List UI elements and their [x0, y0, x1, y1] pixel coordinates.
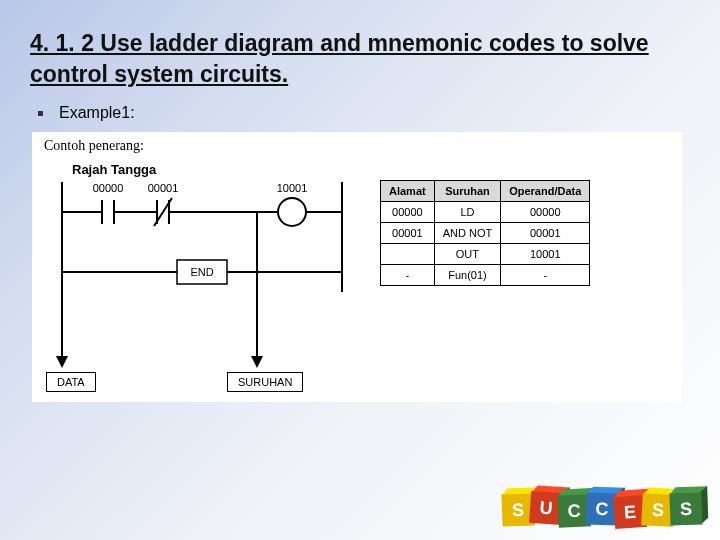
- table-row: 00001AND NOT00001: [381, 223, 590, 244]
- example-label: Example1:: [59, 104, 135, 122]
- end-label: END: [190, 266, 213, 278]
- example-bullet: Example1:: [38, 104, 690, 122]
- suruhan-box: SURUHAN: [227, 372, 303, 392]
- addr-out: 10001: [277, 182, 308, 194]
- data-box: DATA: [46, 372, 96, 392]
- mnemonic-table: Alamat Suruhan Operand/Data 00000LD00000…: [380, 180, 590, 286]
- svg-point-10: [278, 198, 306, 226]
- table-row: -Fun(01)-: [381, 265, 590, 286]
- contoh-label: Contoh penerang:: [44, 138, 144, 154]
- success-blocks: S U C C E S S: [506, 494, 702, 526]
- col-suruhan: Suruhan: [434, 181, 501, 202]
- ladder-diagram: END 00000 00001 10001: [42, 182, 372, 392]
- addr-in2: 00001: [148, 182, 179, 194]
- block-s: S: [669, 492, 702, 525]
- svg-marker-18: [251, 356, 263, 368]
- col-operand: Operand/Data: [501, 181, 590, 202]
- svg-marker-16: [56, 356, 68, 368]
- section-title: 4. 1. 2 Use ladder diagram and mnemonic …: [30, 28, 690, 90]
- diagram-panel: Contoh penerang: Rajah Tangga END: [32, 132, 682, 402]
- col-alamat: Alamat: [381, 181, 435, 202]
- table-row: 00000LD00000: [381, 202, 590, 223]
- rajah-label: Rajah Tangga: [72, 162, 156, 177]
- bullet-icon: [38, 111, 43, 116]
- addr-in1: 00000: [93, 182, 124, 194]
- table-row: OUT10001: [381, 244, 590, 265]
